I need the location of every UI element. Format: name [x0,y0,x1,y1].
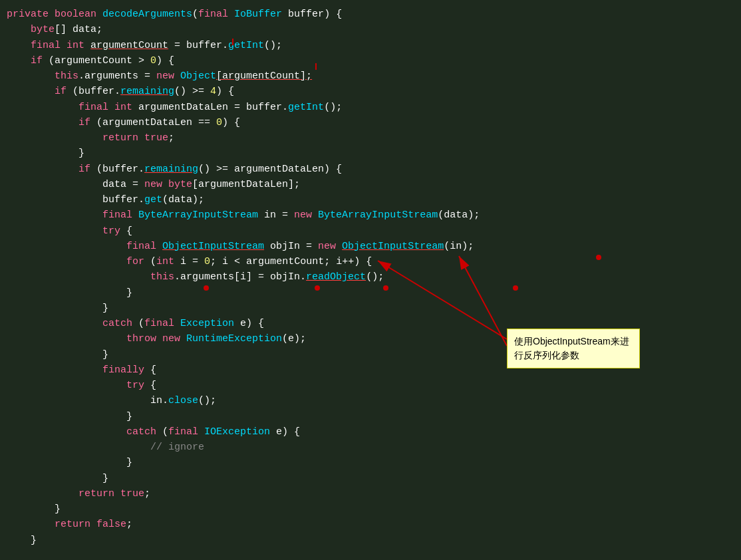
code-line: data = new byte[argumentDataLen]; [7,177,728,192]
code-line: final ObjectInputStream objIn = new Obje… [7,239,728,254]
code-line: this.arguments = new Object[argumentCoun… [7,69,728,84]
code-line: if (argumentDataLen == 0) { [7,115,728,130]
code-line: // ignore [7,440,728,455]
code-line: private boolean decodeArguments(final Io… [7,7,728,22]
code-line: return true; [7,486,728,501]
code-line: } [7,285,728,301]
code-line: if (buffer.remaining() >= argumentDataLe… [7,162,728,177]
code-line: } [7,501,728,517]
code-line: } [7,409,728,424]
code-line: byte[] data; [7,22,728,37]
code-line: for (int i = 0; i < argumentCount; i++) … [7,254,728,269]
code-lines: private boolean decodeArguments(final Io… [7,7,728,548]
code-line: this.arguments[i] = objIn.readObject(); [7,269,728,285]
code-line: } [7,301,728,316]
code-line: return true; [7,130,728,146]
code-line: final ByteArrayInputStream in = new Byte… [7,208,728,223]
code-block: private boolean decodeArguments(final Io… [0,0,741,555]
code-line: } [7,471,728,486]
code-line: in.close(); [7,393,728,408]
code-line: catch (final IOException e) { [7,424,728,440]
code-line: final int argumentDataLen = buffer.getIn… [7,100,728,115]
code-line: } [7,455,728,470]
code-line: if (buffer.remaining() >= 4) { [7,84,728,99]
code-line: final int argumentCount = buffer.getInt(… [7,38,728,53]
code-line: buffer.get(data); [7,192,728,208]
code-line: try { [7,378,728,393]
code-line: } [7,146,728,161]
code-line: try { [7,223,728,239]
annotation-box: 使用ObjectInputStream来进行反序列化参数 [507,329,640,368]
code-line: if (argumentCount > 0) { [7,53,728,69]
code-line: return false; [7,517,728,532]
code-line: } [7,533,728,548]
